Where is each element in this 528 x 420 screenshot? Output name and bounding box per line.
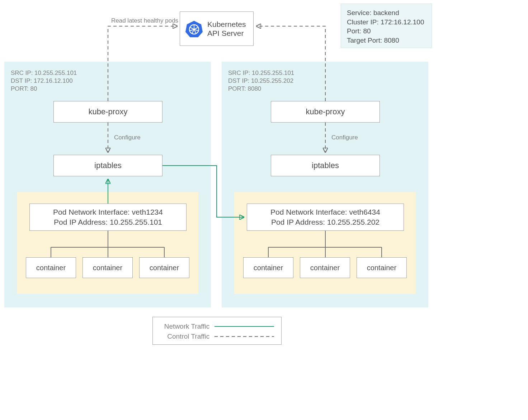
- node-right-dst: DST IP: 10.255.255.202: [228, 77, 293, 85]
- kubernetes-icon: [185, 20, 203, 38]
- container-left-2: container: [82, 257, 133, 278]
- container-right-3: container: [357, 257, 407, 278]
- pod-if-right: Pod Network Interface: veth6434 Pod IP A…: [247, 204, 404, 231]
- pod-if-left: Pod Network Interface: veth1234 Pod IP A…: [29, 204, 187, 231]
- node-left-src: SRC IP: 10.255.255.101: [11, 70, 77, 77]
- iptables-right: iptables: [271, 155, 380, 176]
- kube-proxy-right-label: kube-proxy: [306, 107, 345, 116]
- pod-if-left-line1: Pod Network Interface: veth1234: [53, 207, 163, 217]
- kube-proxy-right: kube-proxy: [271, 101, 380, 123]
- iptables-left-label: iptables: [94, 161, 122, 170]
- iptables-right-label: iptables: [312, 161, 339, 170]
- configure-left-label: Configure: [114, 134, 141, 141]
- node-right-src: SRC IP: 10.255.255.101: [228, 70, 294, 77]
- read-pods-label: Read latest healthy pods: [111, 17, 178, 24]
- container-right-1: container: [243, 257, 293, 278]
- container-left-3: container: [139, 257, 189, 278]
- node-left-dst: DST IP: 172.16.12.100: [11, 77, 73, 85]
- kube-proxy-left: kube-proxy: [53, 101, 162, 123]
- pod-if-right-line2: Pod IP Address: 10.255.255.202: [271, 217, 380, 227]
- legend-control-label: Control Traffic: [160, 333, 209, 340]
- service-info-line2: Cluster IP: 172:16.12.100: [347, 18, 426, 27]
- legend-control-line-icon: [214, 335, 274, 338]
- iptables-left: iptables: [53, 155, 162, 176]
- node-left-port: PORT: 80: [11, 85, 37, 92]
- container-right-2: container: [300, 257, 350, 278]
- pod-if-left-line2: Pod IP Address: 10.255.255.101: [54, 217, 162, 227]
- legend-box: Network Traffic Control Traffic: [152, 317, 282, 345]
- container-left-1: container: [26, 257, 76, 278]
- legend-network-line-icon: [214, 325, 274, 328]
- node-right-port: PORT: 8080: [228, 85, 261, 92]
- kube-proxy-left-label: kube-proxy: [89, 107, 128, 116]
- api-server-label: Kubernetes API Server: [207, 20, 246, 38]
- legend-network-label: Network Traffic: [160, 323, 209, 330]
- service-info-line4: Target Port: 8080: [347, 36, 426, 45]
- service-info-line3: Port: 80: [347, 27, 426, 36]
- pod-if-right-line1: Pod Network Interface: veth6434: [270, 207, 380, 217]
- service-info-box: Service: backend Cluster IP: 172:16.12.1…: [341, 4, 432, 48]
- api-server-box: Kubernetes API Server: [180, 11, 254, 46]
- service-info-line1: Service: backend: [347, 8, 426, 18]
- configure-right-label: Configure: [331, 134, 358, 141]
